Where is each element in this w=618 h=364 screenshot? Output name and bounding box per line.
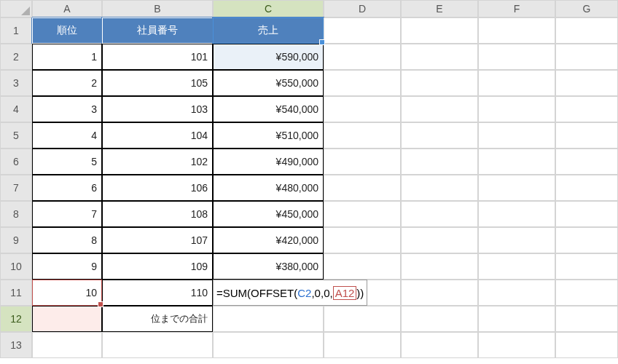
cell-D12[interactable]: [324, 306, 401, 332]
cell-D4[interactable]: [324, 96, 401, 122]
cell-A3[interactable]: 2: [32, 70, 102, 96]
cell-F1[interactable]: [478, 17, 555, 44]
col-header-E[interactable]: E: [401, 0, 478, 17]
cell-B2[interactable]: 101: [102, 44, 213, 70]
cell-G9[interactable]: [555, 227, 618, 253]
cell-E11[interactable]: [401, 280, 478, 306]
cell-G1[interactable]: [555, 17, 618, 44]
cell-A2[interactable]: 1: [32, 44, 102, 70]
cell-B7[interactable]: 106: [102, 175, 213, 201]
cell-B6[interactable]: 102: [102, 149, 213, 175]
cell-G2[interactable]: [555, 44, 618, 70]
cell-A13[interactable]: [32, 332, 102, 358]
cell-B10[interactable]: 109: [102, 253, 213, 280]
cell-C4[interactable]: ¥540,000: [213, 96, 324, 122]
cell-G4[interactable]: [555, 96, 618, 122]
cell-B9[interactable]: 107: [102, 227, 213, 253]
cell-E12[interactable]: [401, 306, 478, 332]
cell-D7[interactable]: [324, 175, 401, 201]
cell-C12[interactable]: [213, 306, 324, 332]
cell-F4[interactable]: [478, 96, 555, 122]
cell-F7[interactable]: [478, 175, 555, 201]
cell-B3[interactable]: 105: [102, 70, 213, 96]
cell-C13[interactable]: [213, 332, 324, 358]
row-header-6[interactable]: 6: [0, 149, 32, 175]
cell-D3[interactable]: [324, 70, 401, 96]
cell-A11[interactable]: 10: [32, 280, 102, 306]
cell-D2[interactable]: [324, 44, 401, 70]
cell-D6[interactable]: [324, 149, 401, 175]
cell-F13[interactable]: [478, 332, 555, 358]
row-header-7[interactable]: 7: [0, 175, 32, 201]
cell-D1[interactable]: [324, 17, 401, 44]
cell-G5[interactable]: [555, 122, 618, 149]
cell-C9[interactable]: ¥420,000: [213, 227, 324, 253]
spreadsheet-grid[interactable]: A B C D E F G 1 順位 社員番号 売上 2 1 101 ¥590,…: [0, 0, 618, 358]
row-header-3[interactable]: 3: [0, 70, 32, 96]
row-header-13[interactable]: 13: [0, 332, 32, 358]
cell-F10[interactable]: [478, 253, 555, 280]
cell-A8[interactable]: 7: [32, 201, 102, 227]
row-header-1[interactable]: 1: [0, 17, 32, 44]
row-header-9[interactable]: 9: [0, 227, 32, 253]
cell-A5[interactable]: 4: [32, 122, 102, 149]
cell-B5[interactable]: 104: [102, 122, 213, 149]
cell-B8[interactable]: 108: [102, 201, 213, 227]
cell-F11[interactable]: [478, 280, 555, 306]
cell-G8[interactable]: [555, 201, 618, 227]
cell-B12[interactable]: 位までの合計: [102, 306, 213, 332]
cell-B4[interactable]: 103: [102, 96, 213, 122]
col-header-A[interactable]: A: [32, 0, 102, 17]
row-header-10[interactable]: 10: [0, 253, 32, 280]
cell-C5[interactable]: ¥510,000: [213, 122, 324, 149]
cell-A10[interactable]: 9: [32, 253, 102, 280]
formula-editor[interactable]: =SUM(OFFSET(C2,0,0,A12)): [213, 280, 367, 306]
cell-D9[interactable]: [324, 227, 401, 253]
cell-F9[interactable]: [478, 227, 555, 253]
cell-A12[interactable]: [32, 306, 102, 332]
cell-E2[interactable]: [401, 44, 478, 70]
cell-D5[interactable]: [324, 122, 401, 149]
select-all-corner[interactable]: [0, 0, 32, 17]
header-rank[interactable]: 順位: [32, 17, 102, 44]
cell-C10[interactable]: ¥380,000: [213, 253, 324, 280]
cell-E1[interactable]: [401, 17, 478, 44]
cell-A9[interactable]: 8: [32, 227, 102, 253]
cell-F3[interactable]: [478, 70, 555, 96]
cell-G10[interactable]: [555, 253, 618, 280]
cell-E7[interactable]: [401, 175, 478, 201]
cell-A4[interactable]: 3: [32, 96, 102, 122]
cell-G11[interactable]: [555, 280, 618, 306]
cell-A6[interactable]: 5: [32, 149, 102, 175]
header-emp[interactable]: 社員番号: [102, 17, 213, 44]
col-header-G[interactable]: G: [555, 0, 618, 17]
row-header-4[interactable]: 4: [0, 96, 32, 122]
cell-F5[interactable]: [478, 122, 555, 149]
row-header-8[interactable]: 8: [0, 201, 32, 227]
cell-E13[interactable]: [401, 332, 478, 358]
cell-D8[interactable]: [324, 201, 401, 227]
cell-C3[interactable]: ¥550,000: [213, 70, 324, 96]
row-header-11[interactable]: 11: [0, 280, 32, 306]
cell-A7[interactable]: 6: [32, 175, 102, 201]
header-sales[interactable]: 売上: [213, 17, 324, 44]
cell-G7[interactable]: [555, 175, 618, 201]
cell-D13[interactable]: [324, 332, 401, 358]
col-header-C[interactable]: C: [213, 0, 324, 17]
col-header-B[interactable]: B: [102, 0, 213, 17]
col-header-F[interactable]: F: [478, 0, 555, 17]
cell-C7[interactable]: ¥480,000: [213, 175, 324, 201]
cell-E8[interactable]: [401, 201, 478, 227]
cell-G13[interactable]: [555, 332, 618, 358]
cell-B13[interactable]: [102, 332, 213, 358]
cell-E9[interactable]: [401, 227, 478, 253]
col-header-D[interactable]: D: [324, 0, 401, 17]
row-header-12[interactable]: 12: [0, 306, 32, 332]
cell-E3[interactable]: [401, 70, 478, 96]
cell-E4[interactable]: [401, 96, 478, 122]
row-header-2[interactable]: 2: [0, 44, 32, 70]
cell-E6[interactable]: [401, 149, 478, 175]
cell-G3[interactable]: [555, 70, 618, 96]
cell-F8[interactable]: [478, 201, 555, 227]
cell-E5[interactable]: [401, 122, 478, 149]
